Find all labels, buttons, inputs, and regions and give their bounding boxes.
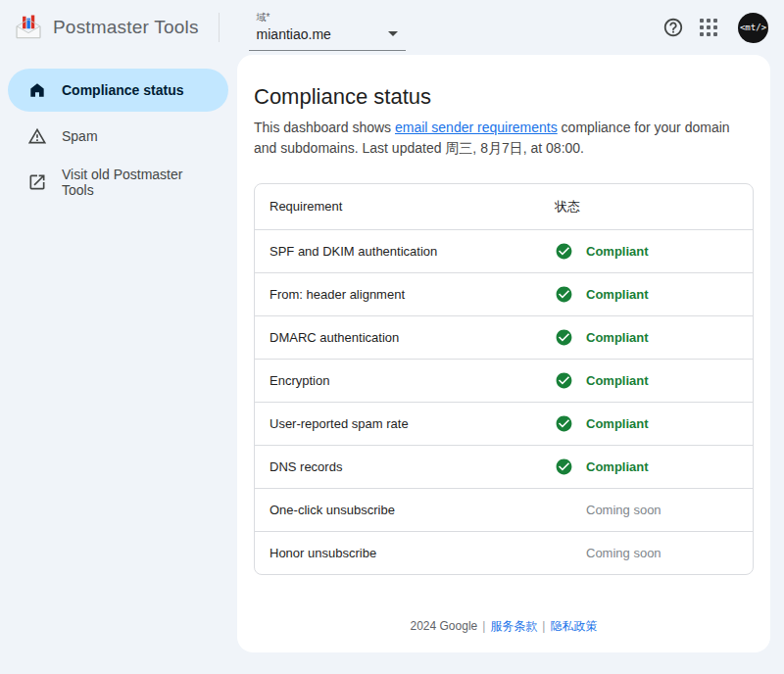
apps-launcher-button[interactable] [691, 10, 726, 45]
domain-selector-value: miantiao.me [257, 26, 331, 42]
requirement-label: From: header alignment [255, 272, 555, 315]
table-row: From: header alignmentCompliant [255, 272, 753, 315]
requirement-label: DMARC authentication [255, 315, 555, 359]
requirement-label: SPF and DKIM authentication [255, 229, 555, 272]
help-button[interactable] [656, 10, 691, 45]
sidebar-item-spam[interactable]: Spam [8, 115, 228, 158]
requirement-label: One-click unsubscribe [255, 488, 555, 531]
compliance-table: Requirement 状态 SPF and DKIM authenticati… [254, 183, 754, 575]
status-label: Compliant [586, 244, 649, 259]
table-header-row: Requirement 状态 [255, 184, 753, 229]
copyright-text: 2024 Google [411, 619, 478, 633]
column-header-status: 状态 [555, 184, 753, 229]
requirement-label: User-reported spam rate [255, 402, 555, 445]
sidebar-item-label: Compliance status [62, 82, 183, 98]
requirement-label: DNS records [255, 445, 555, 488]
table-row: DMARC authenticationCompliant [255, 315, 753, 359]
sidebar-item-compliance-status[interactable]: Compliance status [8, 69, 228, 112]
check-circle-icon [555, 414, 573, 433]
app-logo[interactable]: Postmaster Tools [14, 13, 199, 42]
sidebar-item-visit-old-postmaster-tools[interactable]: Visit old Postmaster Tools [8, 161, 228, 204]
check-circle-icon [555, 457, 573, 476]
chevron-down-icon [388, 31, 398, 36]
help-icon [662, 17, 684, 38]
check-circle-icon [555, 371, 573, 390]
empty-icon-slot [555, 501, 573, 519]
requirement-label: Encryption [255, 359, 555, 402]
status-label: Compliant [586, 287, 649, 302]
sidebar: Compliance status Spam Visit old Postmas… [0, 55, 237, 207]
warning-triangle-icon [27, 126, 47, 146]
check-circle-icon [555, 242, 573, 261]
privacy-policy-link[interactable]: 隐私政策 [550, 619, 597, 633]
header-divider [219, 13, 220, 42]
email-sender-requirements-link[interactable]: email sender requirements [395, 120, 558, 135]
status-label: Compliant [586, 459, 649, 474]
table-body: SPF and DKIM authenticationCompliantFrom… [255, 229, 753, 574]
top-bar: Postmaster Tools 域* miantiao.me <mt/> [0, 0, 784, 55]
sidebar-item-label: Visit old Postmaster Tools [62, 167, 217, 198]
main-content-card: Compliance status This dashboard shows e… [237, 55, 770, 652]
table-row: EncryptionCompliant [255, 359, 753, 402]
table-row: Honor unsubscribeComing soon [255, 531, 753, 574]
empty-icon-slot [555, 544, 573, 562]
apps-grid-icon [700, 19, 717, 36]
column-header-requirement: Requirement [255, 184, 555, 229]
status-label: Compliant [586, 330, 649, 345]
check-circle-icon [555, 328, 573, 347]
table-row: SPF and DKIM authenticationCompliant [255, 229, 753, 272]
check-circle-icon [555, 285, 573, 304]
app-title: Postmaster Tools [53, 17, 199, 38]
domain-selector-label: 域* [257, 11, 404, 24]
status-label: Coming soon [586, 503, 662, 517]
table-row: One-click unsubscribeComing soon [255, 488, 753, 531]
home-icon [27, 80, 47, 100]
description-prefix: This dashboard shows [254, 120, 395, 135]
terms-of-service-link[interactable]: 服务条款 [490, 619, 537, 633]
page-title: Compliance status [254, 84, 754, 110]
page: Postmaster Tools 域* miantiao.me <mt/> [0, 0, 784, 674]
table-row: DNS recordsCompliant [255, 445, 753, 488]
footer-separator: | [542, 619, 545, 633]
status-label: Coming soon [586, 546, 662, 560]
postmaster-logo-icon [14, 13, 43, 42]
footer-separator: | [482, 619, 485, 633]
open-in-new-icon [27, 172, 47, 192]
domain-selector[interactable]: 域* miantiao.me [249, 5, 406, 51]
status-label: Compliant [586, 373, 649, 388]
card-footer: 2024 Google|服务条款|隐私政策 [254, 618, 754, 635]
requirement-label: Honor unsubscribe [255, 531, 555, 574]
avatar[interactable]: <mt/> [738, 13, 768, 43]
table-row: User-reported spam rateCompliant [255, 402, 753, 445]
page-description: This dashboard shows email sender requir… [254, 118, 754, 159]
sidebar-item-label: Spam [62, 128, 98, 144]
status-label: Compliant [586, 416, 649, 431]
